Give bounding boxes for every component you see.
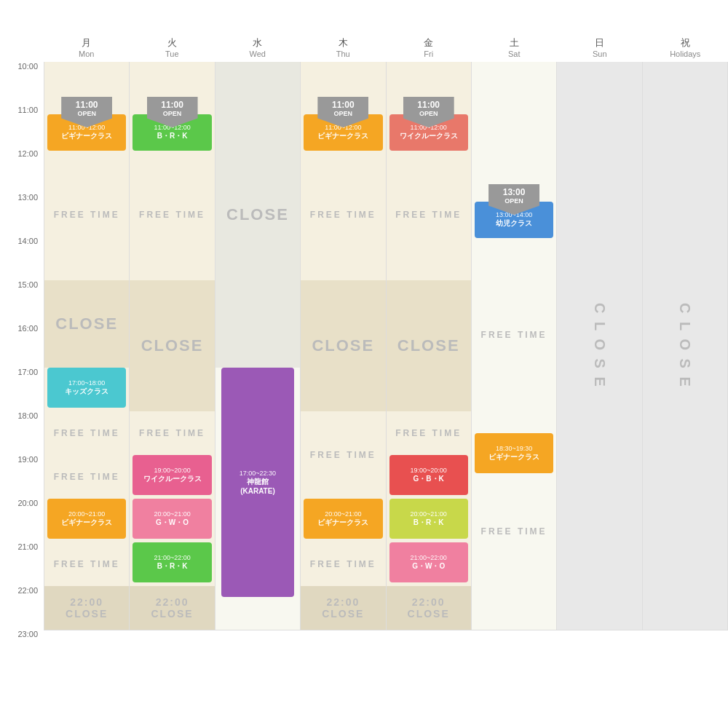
col-mon: 11:00 OPEN 11:00~12:00 ビギナークラス FREE TIME… — [44, 62, 129, 630]
day-header-sat: 土 Sat — [472, 36, 558, 58]
fri-event-brk-2000: 20:00~21:00 B・R・K — [389, 499, 468, 539]
sat-free-time-1: FREE TIME — [472, 237, 556, 433]
tue-event-gwo-2000: 20:00~21:00 G・W・O — [132, 499, 211, 539]
fri-free-time-2: FREE TIME — [387, 411, 471, 455]
thu-close-bottom: 22:00 CLOSE — [301, 586, 385, 630]
day-header-wed: 水 Wed — [215, 36, 301, 58]
col-wed: CLOSE 17:00~22:30 神龍館 (KARATE) — [215, 62, 300, 630]
wed-close: CLOSE — [215, 62, 300, 368]
col-sat: 13:00 OPEN 13:00~14:00 幼児クラス FREE TIME 1… — [471, 62, 556, 630]
tue-free-time-2: FREE TIME — [130, 411, 214, 455]
fri-free-time-1: FREE TIME — [387, 149, 471, 280]
thu-close: CLOSE — [301, 280, 385, 411]
day-header-tue: 火 Tue — [130, 36, 215, 58]
thu-free-time-3: FREE TIME — [301, 542, 385, 586]
thu-event-beginner-2000: 20:00~21:00 ビギナークラス — [304, 499, 382, 539]
thu-free-time-1: FREE TIME — [301, 149, 385, 280]
fri-event-gwo-2100: 21:00~22:00 G・W・O — [389, 542, 468, 582]
tue-free-time-1: FREE TIME — [130, 149, 214, 280]
mon-free-time-4: FREE TIME — [44, 542, 129, 586]
schedule-container: 月 Mon 火 Tue 水 Wed 木 Thu 金 Fri 土 Sat 日 Su… — [0, 0, 728, 673]
fri-event-gbk-1900: 19:00~20:00 G・B・K — [389, 455, 468, 495]
thu-free-time-2: FREE TIME — [301, 411, 385, 499]
mon-free-time-3: FREE TIME — [44, 455, 129, 499]
mon-free-time-1: FREE TIME — [44, 149, 129, 280]
mon-close: CLOSE — [44, 280, 129, 368]
sat-free-time-2: FREE TIME — [472, 477, 556, 586]
day-header-thu: 木 Thu — [301, 36, 387, 58]
tue-close: CLOSE — [130, 280, 214, 411]
col-fri: 11:00 OPEN 11:00~12:00 ワイクルークラス FREE TIM… — [386, 62, 471, 630]
day-header-sun: 日 Sun — [557, 36, 643, 58]
col-tue: 11:00 OPEN 11:00~12:00 B・R・K FREE TIME C… — [129, 62, 214, 630]
mon-free-time-2: FREE TIME — [44, 411, 129, 455]
col-hol: C L O S E — [642, 62, 728, 630]
col-sun: C L O S E — [556, 62, 641, 630]
wed-event-karate: 17:00~22:30 神龍館 (KARATE) — [221, 368, 294, 597]
day-header-hol: 祝 Holidays — [643, 36, 729, 58]
col-thu: 11:00 OPEN 11:00~12:00 ビギナークラス FREE TIME… — [300, 62, 385, 630]
mon-event-beginner-2000: 20:00~21:00 ビギナークラス — [47, 499, 126, 539]
tue-close-bottom: 22:00 CLOSE — [130, 586, 214, 630]
mon-close-bottom: 22:00 CLOSE — [44, 586, 129, 630]
fri-close: CLOSE — [387, 280, 471, 411]
day-header-mon: 月 Mon — [44, 36, 130, 58]
time-column: 10:00 11:00 12:00 13:00 14:00 15:00 16:0… — [0, 62, 44, 673]
sun-close-vertical: C L O S E — [557, 62, 641, 630]
header-row: 月 Mon 火 Tue 水 Wed 木 Thu 金 Fri 土 Sat 日 Su… — [44, 36, 728, 58]
mon-event-kids-1700: 17:00~18:00 キッズクラス — [47, 368, 126, 408]
day-columns: 11:00 OPEN 11:00~12:00 ビギナークラス FREE TIME… — [44, 62, 728, 673]
tue-event-brk-2100: 21:00~22:00 B・R・K — [132, 542, 211, 582]
day-header-fri: 金 Fri — [386, 36, 472, 58]
fri-close-bottom: 22:00 CLOSE — [387, 586, 471, 630]
grid-wrapper: 10:00 11:00 12:00 13:00 14:00 15:00 16:0… — [0, 62, 728, 673]
hol-close-vertical: C L O S E — [643, 62, 727, 630]
sat-event-beginner-1830: 18:30~19:30 ビギナークラス — [475, 433, 553, 473]
tue-event-waikru-1900: 19:00~20:00 ワイクルークラス — [132, 455, 211, 495]
